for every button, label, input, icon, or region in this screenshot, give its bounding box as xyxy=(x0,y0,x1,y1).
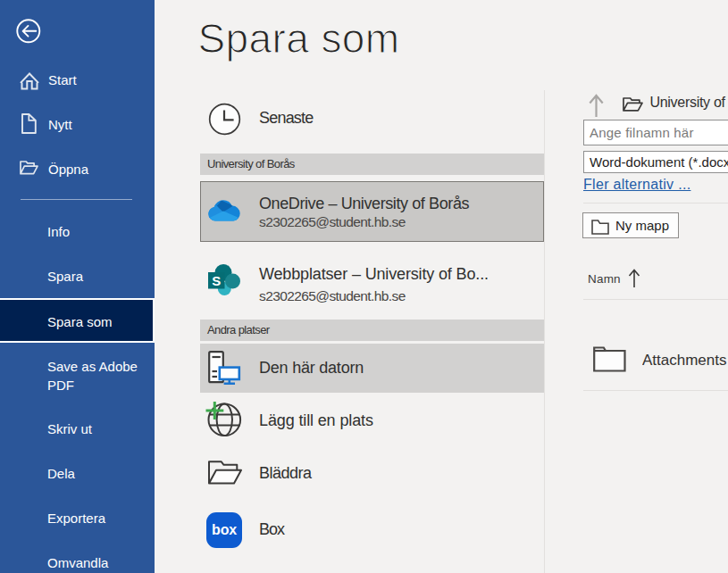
svg-text:S: S xyxy=(212,273,221,288)
